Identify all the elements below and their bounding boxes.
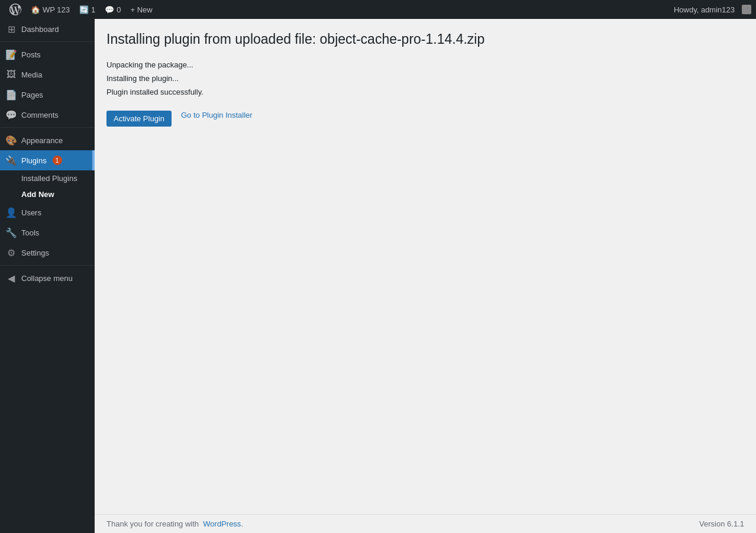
wp-logo[interactable]	[5, 0, 26, 19]
adminbar-updates[interactable]: 🔄 1	[75, 0, 100, 19]
media-icon: 🖼	[6, 69, 17, 80]
updates-icon: 🔄	[79, 5, 89, 14]
version-text: Version 6.1.1	[699, 519, 744, 528]
comments-menu-icon: 💬	[6, 109, 17, 120]
site-name: WP 123	[43, 5, 70, 14]
sidebar-item-comments[interactable]: 💬 Comments	[0, 105, 95, 125]
sidebar-subitem-installed-plugins[interactable]: Installed Plugins	[0, 170, 95, 186]
thank-you-text: Thank you for creating with	[106, 519, 199, 528]
sidebar-item-label: Appearance	[21, 136, 63, 145]
adminbar-site[interactable]: 🏠 WP 123	[26, 0, 75, 19]
sidebar-item-plugins[interactable]: 🔌 Plugins 1	[0, 150, 95, 170]
sidebar-item-dashboard[interactable]: ⊞ Dashboard	[0, 19, 95, 39]
comments-count: 0	[117, 5, 121, 14]
sidebar-item-settings[interactable]: ⚙ Settings	[0, 243, 95, 263]
status-success: Plugin installed successfully.	[106, 88, 744, 96]
collapse-icon: ◀	[6, 273, 17, 283]
users-icon: 👤	[6, 207, 17, 218]
adminbar-new[interactable]: + New	[125, 0, 157, 19]
posts-icon: 📝	[6, 49, 17, 60]
sidebar-item-label: Pages	[21, 91, 43, 99]
sidebar-item-tools[interactable]: 🔧 Tools	[0, 222, 95, 243]
site-icon: 🏠	[31, 5, 40, 14]
status-unpack: Unpacking the package...	[106, 60, 744, 69]
comments-icon: 💬	[105, 5, 114, 14]
installed-plugins-label: Installed Plugins	[21, 174, 77, 183]
sidebar-item-label: Tools	[21, 228, 39, 237]
sidebar-item-media[interactable]: 🖼 Media	[0, 64, 95, 85]
sidebar-item-label: Posts	[21, 50, 41, 59]
sidebar-item-appearance[interactable]: 🎨 Appearance	[0, 130, 95, 150]
footer-text: Thank you for creating with WordPress.	[106, 519, 243, 528]
wp-footer-link[interactable]: WordPress	[203, 519, 241, 528]
wp-footer: Thank you for creating with WordPress. V…	[95, 514, 756, 533]
sidebar-item-label: Dashboard	[21, 25, 59, 34]
activate-plugin-button[interactable]: Activate Plugin	[106, 111, 172, 127]
sidebar-item-users[interactable]: 👤 Users	[0, 202, 95, 222]
new-label: + New	[130, 5, 152, 14]
sidebar-item-label: Users	[21, 208, 41, 217]
pages-icon: 📄	[6, 89, 17, 100]
appearance-icon: 🎨	[6, 135, 17, 146]
plugins-badge: 1	[53, 156, 62, 165]
dashboard-icon: ⊞	[6, 24, 17, 34]
page-title: Installing plugin from uploaded file: ob…	[106, 31, 744, 49]
plugin-installer-link[interactable]: Go to Plugin Installer	[181, 111, 253, 119]
admin-bar: 🏠 WP 123 🔄 1 💬 0 + New Howdy, admin123	[0, 0, 756, 19]
plugins-icon: 🔌	[6, 155, 17, 166]
sidebar-subitem-add-new[interactable]: Add New	[0, 186, 95, 202]
updates-count: 1	[91, 5, 95, 14]
sidebar-collapse[interactable]: ◀ Collapse menu	[0, 268, 95, 288]
sidebar-item-label: Plugins	[21, 156, 47, 165]
sidebar-item-label: Settings	[21, 248, 49, 257]
sidebar-item-posts[interactable]: 📝 Posts	[0, 44, 95, 64]
settings-icon: ⚙	[6, 247, 17, 258]
tools-icon: 🔧	[6, 227, 17, 238]
status-install: Installing the plugin...	[106, 74, 744, 83]
sidebar-item-label: Media	[21, 70, 42, 79]
admin-menu: ⊞ Dashboard 📝 Posts 🖼 Media 📄 Pages 💬 Co…	[0, 19, 95, 533]
add-new-label: Add New	[21, 190, 54, 199]
main-content: Installing plugin from uploaded file: ob…	[95, 19, 756, 514]
collapse-label: Collapse menu	[21, 274, 73, 283]
sidebar-item-pages[interactable]: 📄 Pages	[0, 85, 95, 105]
adminbar-howdy[interactable]: Howdy, admin123	[669, 5, 739, 14]
avatar[interactable]	[742, 5, 751, 14]
adminbar-comments[interactable]: 💬 0	[100, 0, 125, 19]
sidebar-item-label: Comments	[21, 111, 59, 119]
